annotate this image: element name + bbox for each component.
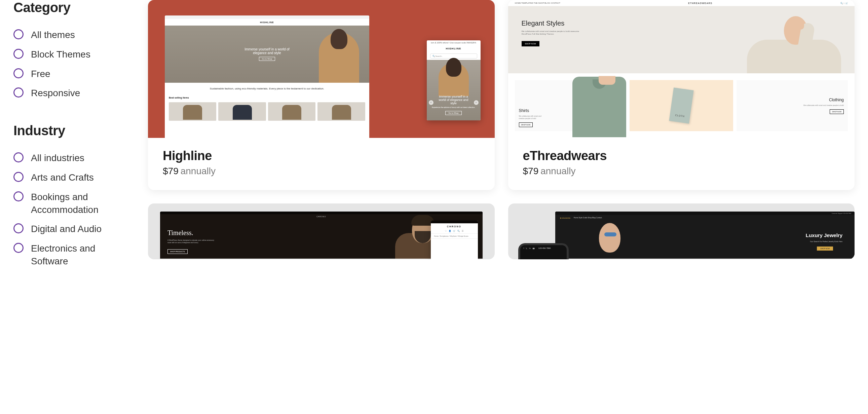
preview-sub-text: Sustainable fashion, using eco-friendly … — [165, 83, 369, 95]
preview-nav: Home Style Guide Shop Blog Contact — [574, 217, 602, 219]
theme-grid: HIGHLINE Immerse yourself in a world of … — [148, 0, 855, 268]
preview-overlay-line: Immerse yourself in a — [432, 95, 475, 98]
preview-overlay-brand: CHRONO — [431, 223, 478, 230]
theme-title: eThreadwears — [523, 149, 840, 163]
filter-label: Arts and Crafts — [31, 171, 94, 184]
preview-nav: HOME TEMPLATES THE SHOP BLOG CONTACT — [515, 2, 560, 4]
category-list: All themes Block Themes Free Responsive — [13, 29, 121, 100]
preview-overlay-brand: HIGHLINE — [427, 45, 480, 52]
preview-hero-title: Timeless. — [167, 229, 193, 237]
preview-cell-sub: We collaborate with smart and creative p… — [519, 115, 546, 120]
radio-icon — [13, 49, 24, 59]
theme-title: Highline — [163, 149, 480, 163]
category-option-free[interactable]: Free — [13, 68, 121, 81]
preview-hero-sub: We collaborate with smart and creative p… — [522, 30, 582, 36]
theme-card-highline[interactable]: HIGHLINE Immerse yourself in a world of … — [148, 0, 495, 190]
preview-overlay-sub: Experience the epitome of luxury with ou… — [432, 106, 475, 108]
price-period: annually — [540, 166, 576, 176]
theme-card-elaventa[interactable]: Customer Support 123 456 7890 ◈ eLaventa… — [508, 203, 855, 259]
preview-hero-button: SHOP NOW — [522, 41, 539, 46]
preview-tag-text: CLOTH — [670, 113, 690, 118]
preview-best-heading: Best selling items — [165, 95, 369, 101]
industry-option-arts[interactable]: Arts and Crafts — [13, 171, 121, 184]
category-option-all-themes[interactable]: All themes — [13, 29, 121, 41]
filter-label: Block Themes — [31, 48, 90, 61]
theme-thumbnail: HOME TEMPLATES THE SHOP BLOG CONTACT ETH… — [508, 0, 855, 138]
filter-label: Electronics and Software — [31, 242, 121, 268]
theme-card-ethreadwears[interactable]: HOME TEMPLATES THE SHOP BLOG CONTACT ETH… — [508, 0, 855, 190]
preview-hero-sub: Your Search For Perfect Jewelry Ends Her… — [810, 241, 842, 243]
preview-phone-mockup: f 𝕏 in ☎ 123 456 7890 — [518, 243, 569, 259]
preview-overlay-line: style — [432, 102, 475, 105]
theme-thumbnail: Customer Support 123 456 7890 ◈ eLaventa… — [508, 203, 855, 259]
radio-icon — [13, 172, 24, 182]
filter-sidebar: Category All themes Block Themes Free Re… — [13, 0, 121, 268]
preview-cell-label: Clothing — [829, 98, 844, 102]
preview-brand: ETHREADWEARS — [688, 2, 712, 4]
price-amount: $79 — [523, 166, 539, 176]
preview-overlay-line: world of elegance and — [432, 98, 475, 102]
price-period: annually — [181, 166, 216, 176]
industry-option-bookings[interactable]: Bookings and Accommodation — [13, 191, 121, 216]
preview-phone-number: 123 456 7890 — [538, 247, 551, 250]
theme-price: $79annually — [523, 166, 840, 177]
price-amount: $79 — [163, 166, 179, 176]
twitter-icon: 𝕏 — [526, 247, 527, 250]
phone-icon: ☎ — [532, 247, 535, 250]
category-option-responsive[interactable]: Responsive — [13, 87, 121, 100]
filter-label: Digital and Audio — [31, 223, 101, 235]
preview-cell-button: SHOP NOW — [830, 109, 844, 114]
theme-card-chrono[interactable]: CHRONO Timeless. A WordPress theme desig… — [148, 203, 495, 259]
preview-hero-sub: A WordPress theme designed to elevate yo… — [167, 239, 215, 244]
theme-thumbnail: HIGHLINE Immerse yourself in a world of … — [148, 0, 495, 138]
filter-label: All themes — [31, 29, 75, 41]
radio-icon — [13, 88, 24, 98]
category-heading: Category — [13, 0, 121, 15]
preview-hero-button: SHOP NOW — [817, 247, 833, 251]
filter-label: Responsive — [31, 87, 80, 100]
theme-thumbnail: CHRONO Timeless. A WordPress theme desig… — [148, 203, 495, 259]
preview-overlay-button: Go to Shop — [445, 111, 461, 115]
preview-logo: ◈ eLaventa — [560, 217, 570, 219]
industry-heading: Industry — [13, 123, 121, 138]
industry-list: All industries Arts and Crafts Bookings … — [13, 152, 121, 268]
preview-hero-title: Luxury Jewelry — [806, 232, 842, 238]
preview-top-support: Customer Support 123 456 7890 — [832, 213, 851, 214]
preview-hero-line: elegance and style — [245, 51, 289, 55]
radio-icon — [13, 68, 24, 78]
radio-icon — [13, 223, 24, 233]
category-option-block-themes[interactable]: Block Themes — [13, 48, 121, 61]
filter-label: Free — [31, 68, 51, 81]
industry-option-all[interactable]: All industries — [13, 152, 121, 164]
industry-option-digital[interactable]: Digital and Audio — [13, 223, 121, 235]
radio-icon — [13, 191, 24, 201]
radio-icon — [13, 29, 24, 39]
preview-overlay-breadcrumb: Home / Sunglasses / Wayfarer / Mirage Ec… — [431, 233, 478, 239]
theme-price: $79annually — [163, 166, 480, 177]
preview-hero-button: Go to Shop — [259, 57, 275, 61]
filter-label: All industries — [31, 152, 85, 164]
radio-icon — [13, 243, 24, 253]
preview-hero-line: Immerse yourself in a world of — [245, 47, 289, 51]
preview-cell-button: SHOP NOW — [519, 122, 533, 127]
preview-overlay-topbar: turn & 100% refund • Use coupon code XMA… — [427, 40, 480, 45]
radio-icon — [13, 152, 24, 162]
preview-brand: HIGHLINE — [165, 19, 369, 26]
linkedin-icon: in — [529, 247, 531, 250]
industry-option-electronics[interactable]: Electronics and Software — [13, 242, 121, 268]
facebook-icon: f — [524, 247, 524, 250]
filter-label: Bookings and Accommodation — [31, 191, 121, 216]
preview-hero-button: SHOP PRODUCTS — [167, 249, 188, 254]
preview-header-icons: 🔍 ♡ 🛒 — [840, 2, 848, 4]
preview-cell-sub: We collaborate with smart and creative p… — [803, 104, 844, 106]
